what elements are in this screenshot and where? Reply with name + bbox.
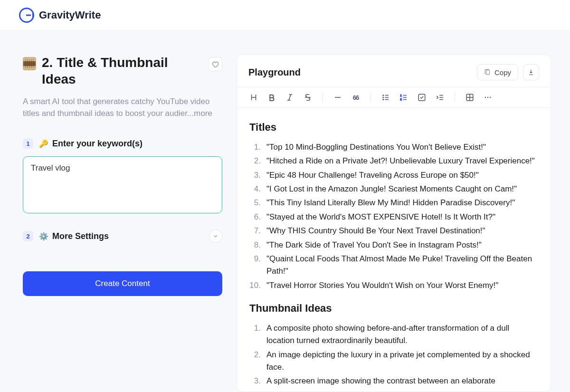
list-item: An image depicting the luxury in a priva… xyxy=(249,349,538,374)
svg-point-23 xyxy=(485,97,486,98)
svg-line-3 xyxy=(289,95,291,100)
main-layout: 2. Title & Thumbnail Ideas A smart AI to… xyxy=(0,30,570,392)
titles-heading: Titles xyxy=(249,119,538,135)
list-item: "I Got Lost in the Amazon Jungle! Scarie… xyxy=(249,183,538,195)
clipboard-icon xyxy=(484,69,491,76)
output-panel: Playground Copy 66 12 xyxy=(237,54,551,392)
svg-point-5 xyxy=(383,95,384,96)
svg-rect-0 xyxy=(486,70,490,74)
svg-point-6 xyxy=(383,97,384,98)
more-settings-toggle[interactable]: 2 ⚙️ More Settings xyxy=(23,229,222,243)
list-item: "Top 10 Mind-Boggling Destinations You W… xyxy=(249,141,538,153)
heading-button[interactable] xyxy=(248,92,259,103)
svg-point-25 xyxy=(490,97,491,98)
bold-button[interactable] xyxy=(266,92,277,103)
key-icon: 🔑 xyxy=(39,139,48,148)
step-badge-2: 2 xyxy=(23,231,33,241)
svg-point-24 xyxy=(487,97,488,98)
app-header: GravityWrite xyxy=(0,0,570,30)
svg-text:1: 1 xyxy=(400,94,402,97)
more-settings-label: ⚙️ More Settings xyxy=(39,231,109,241)
more-link[interactable]: ...more xyxy=(187,109,212,118)
heart-icon xyxy=(211,60,219,68)
page-title: 2. Title & Thumbnail Ideas xyxy=(42,54,199,87)
strike-button[interactable] xyxy=(303,92,313,103)
create-content-button[interactable]: Create Content xyxy=(23,271,222,296)
output-content[interactable]: Titles "Top 10 Mind-Boggling Destination… xyxy=(237,108,551,392)
brand-logo[interactable]: GravityWrite xyxy=(19,8,101,23)
svg-point-7 xyxy=(383,99,384,100)
editor-toolbar: 66 12 xyxy=(237,87,551,108)
bullet-list-button[interactable] xyxy=(380,92,391,103)
list-item: A composite photo showing before-and-aft… xyxy=(249,322,538,347)
brand-logo-icon xyxy=(19,8,34,23)
list-item: "Quaint Local Foods That Almost Made Me … xyxy=(249,253,538,278)
hr-button[interactable] xyxy=(332,92,343,103)
list-item: "The Dark Side of Travel You Don't See i… xyxy=(249,239,538,251)
brand-name: GravityWrite xyxy=(39,9,101,21)
keyword-label: 🔑 Enter your keyword(s) xyxy=(39,139,142,149)
table-button[interactable] xyxy=(465,92,475,103)
list-item: "Why THIS Country Should Be Your Next Tr… xyxy=(249,225,538,237)
italic-button[interactable] xyxy=(285,92,295,103)
checklist-button[interactable] xyxy=(417,92,427,103)
titles-list: "Top 10 Mind-Boggling Destinations You W… xyxy=(249,141,538,292)
ordered-list-button[interactable]: 12 xyxy=(399,92,409,103)
playground-title: Playground xyxy=(248,67,301,78)
copy-button[interactable]: Copy xyxy=(477,64,518,80)
list-item: "Epic 48 Hour Challenge! Traveling Acros… xyxy=(249,169,538,182)
svg-rect-16 xyxy=(418,94,425,101)
list-item: "Stayed at the World's MOST EXPENSIVE Ho… xyxy=(249,211,538,223)
thumbs-heading: Thumbnail Ideas xyxy=(249,300,538,316)
thumbs-list: A composite photo showing before-and-aft… xyxy=(249,322,538,388)
list-item: "Hitched a Ride on a Private Jet?! Unbel… xyxy=(249,155,538,167)
chevron-down-icon xyxy=(213,233,218,239)
expand-button[interactable] xyxy=(209,229,222,243)
favorite-button[interactable] xyxy=(208,57,222,71)
list-item: A split-screen image showing the contras… xyxy=(249,375,538,387)
tool-description: A smart AI tool that generates catchy Yo… xyxy=(23,96,222,119)
config-panel: 2. Title & Thumbnail Ideas A smart AI to… xyxy=(23,54,222,392)
quote-button[interactable]: 66 xyxy=(351,92,361,103)
more-button[interactable] xyxy=(483,92,493,103)
list-item: "This Tiny Island Literally Blew My Mind… xyxy=(249,197,538,209)
download-icon xyxy=(528,69,534,76)
gear-icon: ⚙️ xyxy=(39,232,48,241)
download-button[interactable] xyxy=(523,64,539,80)
indent-button[interactable] xyxy=(435,92,445,103)
tool-icon xyxy=(23,57,36,70)
keyword-input[interactable] xyxy=(23,156,222,213)
step-badge-1: 1 xyxy=(23,138,33,149)
svg-text:2: 2 xyxy=(400,98,402,101)
list-item: "Travel Horror Stories You Wouldn't Wish… xyxy=(249,279,538,292)
